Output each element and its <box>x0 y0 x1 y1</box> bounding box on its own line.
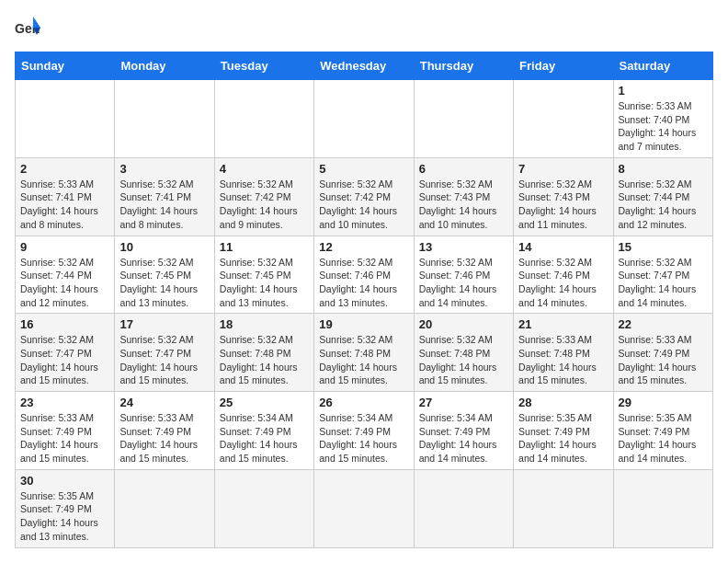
day-number: 30 <box>20 474 109 488</box>
day-info: Sunrise: 5:34 AM Sunset: 7:49 PM Dayligh… <box>220 411 309 465</box>
day-info: Sunrise: 5:32 AM Sunset: 7:47 PM Dayligh… <box>619 256 708 310</box>
logo: General <box>15 15 44 40</box>
calendar-cell <box>115 80 214 158</box>
day-number: 26 <box>319 396 408 409</box>
calendar-table: SundayMondayTuesdayWednesdayThursdayFrid… <box>15 52 713 548</box>
calendar-cell: 2Sunrise: 5:33 AM Sunset: 7:41 PM Daylig… <box>16 157 115 236</box>
calendar-cell: 14Sunrise: 5:32 AM Sunset: 7:46 PM Dayli… <box>514 236 613 314</box>
calendar-cell <box>514 80 613 158</box>
day-info: Sunrise: 5:32 AM Sunset: 7:46 PM Dayligh… <box>319 256 408 310</box>
day-header-tuesday: Tuesday <box>214 52 313 80</box>
calendar-cell: 18Sunrise: 5:32 AM Sunset: 7:48 PM Dayli… <box>214 314 313 392</box>
logo-icon: General <box>15 15 40 40</box>
calendar-cell <box>214 469 313 547</box>
day-info: Sunrise: 5:35 AM Sunset: 7:49 PM Dayligh… <box>20 489 109 544</box>
day-info: Sunrise: 5:32 AM Sunset: 7:44 PM Dayligh… <box>20 256 109 310</box>
calendar-cell: 15Sunrise: 5:32 AM Sunset: 7:47 PM Dayli… <box>613 236 712 314</box>
calendar-cell: 22Sunrise: 5:33 AM Sunset: 7:49 PM Dayli… <box>613 314 712 392</box>
day-number: 24 <box>119 396 209 409</box>
calendar-cell: 6Sunrise: 5:32 AM Sunset: 7:43 PM Daylig… <box>414 157 513 236</box>
calendar-cell: 26Sunrise: 5:34 AM Sunset: 7:49 PM Dayli… <box>314 392 414 470</box>
day-info: Sunrise: 5:32 AM Sunset: 7:48 PM Dayligh… <box>319 333 408 387</box>
calendar-cell: 13Sunrise: 5:32 AM Sunset: 7:46 PM Dayli… <box>414 236 513 314</box>
day-header-saturday: Saturday <box>613 52 712 80</box>
day-number: 15 <box>619 240 708 254</box>
calendar-cell <box>613 469 712 547</box>
calendar-cell: 4Sunrise: 5:32 AM Sunset: 7:42 PM Daylig… <box>214 157 313 236</box>
day-info: Sunrise: 5:32 AM Sunset: 7:41 PM Dayligh… <box>119 178 209 232</box>
calendar-cell: 16Sunrise: 5:32 AM Sunset: 7:47 PM Dayli… <box>16 314 115 392</box>
day-info: Sunrise: 5:32 AM Sunset: 7:48 PM Dayligh… <box>419 333 508 387</box>
calendar-cell: 11Sunrise: 5:32 AM Sunset: 7:45 PM Dayli… <box>214 236 313 314</box>
day-header-thursday: Thursday <box>414 52 513 80</box>
day-number: 5 <box>319 162 408 176</box>
calendar-cell <box>115 469 214 547</box>
calendar-cell <box>414 80 513 158</box>
day-info: Sunrise: 5:32 AM Sunset: 7:42 PM Dayligh… <box>319 178 408 232</box>
calendar-week-row: 9Sunrise: 5:32 AM Sunset: 7:44 PM Daylig… <box>16 236 713 314</box>
day-header-wednesday: Wednesday <box>314 52 414 80</box>
day-number: 3 <box>119 162 209 176</box>
calendar-cell: 21Sunrise: 5:33 AM Sunset: 7:48 PM Dayli… <box>514 314 613 392</box>
calendar-cell: 8Sunrise: 5:32 AM Sunset: 7:44 PM Daylig… <box>613 157 712 236</box>
day-number: 12 <box>319 240 408 254</box>
day-info: Sunrise: 5:33 AM Sunset: 7:41 PM Dayligh… <box>20 178 109 232</box>
day-info: Sunrise: 5:32 AM Sunset: 7:47 PM Dayligh… <box>20 333 109 387</box>
day-info: Sunrise: 5:32 AM Sunset: 7:43 PM Dayligh… <box>419 178 508 232</box>
calendar-cell: 1Sunrise: 5:33 AM Sunset: 7:40 PM Daylig… <box>613 80 712 158</box>
calendar-week-row: 23Sunrise: 5:33 AM Sunset: 7:49 PM Dayli… <box>16 392 713 470</box>
calendar-cell: 10Sunrise: 5:32 AM Sunset: 7:45 PM Dayli… <box>115 236 214 314</box>
day-info: Sunrise: 5:32 AM Sunset: 7:46 PM Dayligh… <box>419 256 508 310</box>
calendar-cell <box>514 469 613 547</box>
day-info: Sunrise: 5:32 AM Sunset: 7:43 PM Dayligh… <box>518 178 608 232</box>
day-number: 10 <box>119 240 209 254</box>
day-info: Sunrise: 5:32 AM Sunset: 7:45 PM Dayligh… <box>220 256 309 310</box>
calendar-cell <box>414 469 513 547</box>
day-info: Sunrise: 5:34 AM Sunset: 7:49 PM Dayligh… <box>419 411 508 465</box>
day-number: 25 <box>220 396 309 409</box>
day-header-monday: Monday <box>115 52 214 80</box>
day-header-friday: Friday <box>514 52 613 80</box>
calendar-week-row: 1Sunrise: 5:33 AM Sunset: 7:40 PM Daylig… <box>16 80 713 158</box>
day-info: Sunrise: 5:32 AM Sunset: 7:42 PM Dayligh… <box>220 178 309 232</box>
calendar-cell: 9Sunrise: 5:32 AM Sunset: 7:44 PM Daylig… <box>16 236 115 314</box>
day-number: 11 <box>220 240 309 254</box>
days-header-row: SundayMondayTuesdayWednesdayThursdayFrid… <box>16 52 713 80</box>
day-info: Sunrise: 5:33 AM Sunset: 7:48 PM Dayligh… <box>518 333 608 387</box>
calendar-cell: 17Sunrise: 5:32 AM Sunset: 7:47 PM Dayli… <box>115 314 214 392</box>
day-number: 14 <box>518 240 608 254</box>
calendar-week-row: 16Sunrise: 5:32 AM Sunset: 7:47 PM Dayli… <box>16 314 713 392</box>
day-number: 29 <box>619 396 708 409</box>
calendar-cell: 3Sunrise: 5:32 AM Sunset: 7:41 PM Daylig… <box>115 157 214 236</box>
calendar-cell: 12Sunrise: 5:32 AM Sunset: 7:46 PM Dayli… <box>314 236 414 314</box>
day-number: 13 <box>419 240 508 254</box>
day-number: 4 <box>220 162 309 176</box>
calendar-cell: 19Sunrise: 5:32 AM Sunset: 7:48 PM Dayli… <box>314 314 414 392</box>
day-info: Sunrise: 5:32 AM Sunset: 7:45 PM Dayligh… <box>119 256 209 310</box>
day-number: 21 <box>518 317 608 331</box>
day-number: 2 <box>20 162 109 176</box>
calendar-cell <box>214 80 313 158</box>
day-number: 19 <box>319 317 408 331</box>
day-number: 6 <box>419 162 508 176</box>
day-header-sunday: Sunday <box>16 52 115 80</box>
calendar-cell: 27Sunrise: 5:34 AM Sunset: 7:49 PM Dayli… <box>414 392 513 470</box>
day-info: Sunrise: 5:35 AM Sunset: 7:49 PM Dayligh… <box>518 411 608 465</box>
calendar-cell: 25Sunrise: 5:34 AM Sunset: 7:49 PM Dayli… <box>214 392 313 470</box>
page-header: General <box>15 15 713 40</box>
day-number: 18 <box>220 317 309 331</box>
day-info: Sunrise: 5:32 AM Sunset: 7:47 PM Dayligh… <box>119 333 209 387</box>
day-number: 27 <box>419 396 508 409</box>
day-number: 8 <box>619 162 708 176</box>
day-number: 17 <box>119 317 209 331</box>
calendar-cell <box>16 80 115 158</box>
calendar-week-row: 2Sunrise: 5:33 AM Sunset: 7:41 PM Daylig… <box>16 157 713 236</box>
day-number: 9 <box>20 240 109 254</box>
day-info: Sunrise: 5:32 AM Sunset: 7:46 PM Dayligh… <box>518 256 608 310</box>
day-info: Sunrise: 5:32 AM Sunset: 7:44 PM Dayligh… <box>619 178 708 232</box>
calendar-cell: 23Sunrise: 5:33 AM Sunset: 7:49 PM Dayli… <box>16 392 115 470</box>
calendar-cell: 30Sunrise: 5:35 AM Sunset: 7:49 PM Dayli… <box>16 469 115 547</box>
calendar-cell: 20Sunrise: 5:32 AM Sunset: 7:48 PM Dayli… <box>414 314 513 392</box>
calendar-cell: 29Sunrise: 5:35 AM Sunset: 7:49 PM Dayli… <box>613 392 712 470</box>
day-info: Sunrise: 5:34 AM Sunset: 7:49 PM Dayligh… <box>319 411 408 465</box>
